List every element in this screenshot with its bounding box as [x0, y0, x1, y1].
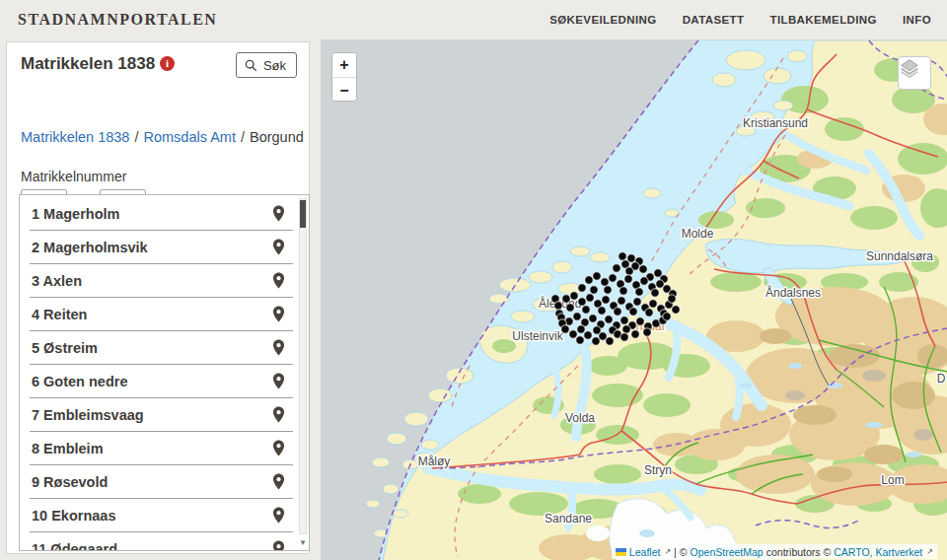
place-row[interactable]: 7 Embleimsvaag	[30, 398, 293, 431]
place-marker[interactable]	[618, 297, 625, 305]
place-marker[interactable]	[613, 264, 620, 272]
place-marker[interactable]	[570, 292, 578, 300]
place-marker[interactable]	[633, 298, 641, 306]
place-marker[interactable]	[554, 302, 562, 310]
dataset-title: Matrikkelen 1838	[21, 54, 155, 74]
place-marker[interactable]	[635, 288, 643, 296]
show-on-map-button[interactable]	[265, 436, 291, 461]
place-marker[interactable]	[605, 315, 613, 323]
place-marker[interactable]	[619, 287, 627, 295]
place-row[interactable]: 1 Magerholm	[30, 197, 293, 230]
map-container[interactable]: KristiansundMoldeSunndalsøraÅndalsnesÅle…	[321, 39, 947, 560]
search-button-label: Søk	[263, 58, 286, 73]
place-marker[interactable]	[561, 325, 569, 333]
place-marker[interactable]	[573, 313, 581, 320]
zoom-out-button[interactable]: −	[332, 78, 356, 102]
place-row[interactable]: 9 Røsevold	[30, 465, 293, 498]
place-marker[interactable]	[606, 337, 614, 345]
place-marker[interactable]	[629, 308, 637, 315]
list-scrollbar[interactable]	[299, 198, 307, 534]
zoom-in-button[interactable]: +	[332, 53, 356, 78]
place-marker[interactable]	[624, 275, 632, 283]
place-marker[interactable]	[589, 315, 597, 322]
place-marker[interactable]	[590, 286, 598, 294]
layers-control[interactable]	[898, 56, 931, 90]
breadcrumb-link-dataset[interactable]: Matrikkelen 1838	[21, 129, 129, 145]
leaflet-link[interactable]: Leaflet	[629, 546, 661, 558]
place-marker[interactable]	[663, 313, 671, 320]
external-link-icon: ↗	[664, 547, 671, 556]
place-marker[interactable]	[562, 295, 570, 303]
place-marker[interactable]	[609, 274, 617, 282]
place-row-label: 6 Goten nedre	[32, 374, 128, 389]
show-on-map-button[interactable]	[265, 201, 291, 227]
place-marker[interactable]	[586, 294, 594, 302]
place-marker[interactable]	[643, 328, 651, 336]
nav-item-info[interactable]: INFO	[903, 14, 931, 26]
show-on-map-button[interactable]	[265, 536, 291, 552]
place-marker[interactable]	[645, 309, 653, 316]
place-row[interactable]: 2 Magerholmsvik	[30, 231, 293, 263]
place-marker[interactable]	[651, 289, 659, 297]
nav-item-datasett[interactable]: DATASETT	[683, 14, 745, 26]
list-item: 4 Reiten	[30, 298, 293, 331]
place-marker[interactable]	[631, 330, 639, 338]
place-marker[interactable]	[620, 333, 628, 341]
place-marker[interactable]	[625, 267, 633, 275]
place-marker[interactable]	[622, 325, 630, 333]
place-row[interactable]: 5 Østreim	[30, 331, 293, 364]
scrollbar-down-arrow[interactable]: ▾	[298, 536, 308, 548]
place-marker[interactable]	[668, 295, 676, 303]
place-row[interactable]: 10 Ekornaas	[30, 499, 293, 531]
show-on-map-button[interactable]	[265, 469, 291, 495]
show-on-map-button[interactable]	[265, 503, 291, 528]
place-marker[interactable]	[640, 277, 648, 285]
matrikkelnummer-label: Matrikkelnummer	[21, 169, 126, 184]
place-row[interactable]: 3 Axlen	[30, 264, 293, 297]
place-marker[interactable]	[639, 265, 647, 273]
carto-kartverket-link[interactable]: CARTO, Kartverket	[834, 546, 922, 558]
breadcrumb-link-amt[interactable]: Romsdals Amt	[143, 129, 235, 145]
place-marker[interactable]	[649, 300, 657, 308]
map-place-label: Kristiansund	[743, 116, 808, 130]
place-marker[interactable]	[619, 252, 626, 260]
place-marker[interactable]	[578, 298, 586, 306]
show-on-map-button[interactable]	[265, 402, 291, 428]
place-marker[interactable]	[576, 336, 584, 344]
show-on-map-button[interactable]	[265, 235, 291, 260]
place-marker[interactable]	[598, 307, 606, 315]
site-logo[interactable]: STADNAMNPORTALEN	[18, 11, 217, 29]
place-marker[interactable]	[593, 272, 601, 280]
place-marker[interactable]	[569, 330, 577, 338]
place-marker[interactable]	[566, 304, 574, 312]
place-row[interactable]: 11 Ødegaard	[30, 532, 293, 551]
info-icon[interactable]: i	[160, 56, 175, 71]
place-marker[interactable]	[592, 337, 600, 345]
osm-link[interactable]: OpenStreetMap	[691, 546, 764, 558]
show-on-map-button[interactable]	[265, 335, 291, 361]
place-row[interactable]: 6 Goten nedre	[30, 365, 293, 397]
place-marker[interactable]	[584, 331, 592, 339]
place-marker[interactable]	[582, 306, 590, 314]
search-button[interactable]: Søk	[236, 52, 297, 78]
nav-item-tilbakemelding[interactable]: TILBAKEMELDING	[769, 14, 876, 26]
scrollbar-thumb[interactable]	[300, 200, 306, 228]
place-marker[interactable]	[577, 325, 585, 333]
place-marker[interactable]	[602, 296, 610, 304]
place-row[interactable]: 8 Embleim	[30, 432, 293, 464]
place-marker[interactable]	[601, 278, 609, 286]
place-marker[interactable]	[604, 286, 612, 294]
place-marker[interactable]	[620, 316, 628, 324]
place-marker[interactable]	[672, 306, 680, 314]
show-on-map-button[interactable]	[265, 302, 291, 327]
place-marker[interactable]	[614, 308, 621, 315]
place-marker[interactable]	[585, 276, 593, 284]
place-row[interactable]: 4 Reiten	[30, 298, 293, 330]
show-on-map-button[interactable]	[265, 369, 291, 394]
place-marker[interactable]	[578, 284, 586, 292]
show-on-map-button[interactable]	[265, 268, 291, 294]
list-item: 3 Axlen	[30, 264, 293, 298]
place-marker[interactable]	[636, 317, 644, 325]
nav-item-sokeveiledning[interactable]: SØKEVEILEDNING	[549, 14, 656, 26]
panel-header: Matrikkelen 1838i Søk	[21, 54, 297, 82]
